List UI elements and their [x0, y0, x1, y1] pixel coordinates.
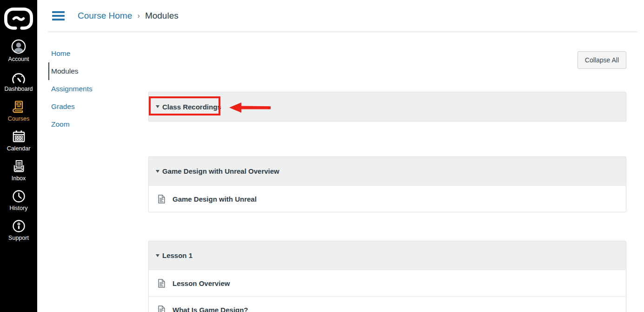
calendar-icon	[12, 129, 26, 144]
global-nav-item-dashboard[interactable]: Dashboard	[0, 62, 37, 92]
module-item-game-design-with-unreal[interactable]: Game Design with Unreal	[149, 185, 626, 212]
global-nav-label: Support	[8, 235, 29, 241]
breadcrumb: Course Home › Modules	[78, 11, 179, 21]
module-item-title: What Is Game Design?	[173, 306, 248, 312]
module-item-what-is-game-design[interactable]: What Is Game Design?	[149, 296, 626, 312]
document-icon	[158, 279, 165, 288]
module-lesson-1: Lesson 1	[148, 241, 626, 312]
breadcrumb-separator-icon: ›	[137, 11, 140, 20]
module-item-title: Game Design with Unreal	[173, 195, 257, 203]
chevron-down-icon	[156, 170, 159, 173]
main-area: Course Home › Modules Home Modules Assig…	[37, 0, 644, 312]
course-nav-grades[interactable]: Grades	[51, 98, 148, 115]
document-icon	[158, 305, 165, 312]
modules-toolbar: Collapse All	[148, 32, 626, 69]
module-header[interactable]: Game Design with Unreal Overview	[149, 157, 626, 185]
module-game-design-overview: Game Design with Unreal Overview	[148, 156, 626, 212]
module-header[interactable]: Lesson 1	[149, 241, 626, 270]
document-icon	[158, 195, 165, 203]
global-nav-label: Dashboard	[4, 86, 33, 92]
global-nav-label: Inbox	[12, 175, 26, 182]
breadcrumb-current-page: Modules	[145, 11, 179, 21]
course-nav-home[interactable]: Home	[51, 45, 148, 62]
module-item-lesson-overview[interactable]: Lesson Overview	[149, 270, 626, 296]
history-clock-icon	[12, 189, 26, 203]
global-nav-label: History	[10, 205, 28, 211]
global-nav-item-courses[interactable]: Courses	[0, 92, 37, 122]
global-nav-label: Calendar	[7, 145, 31, 152]
global-nav-item-support[interactable]: Support	[0, 211, 37, 241]
global-nav-label: Courses	[8, 115, 30, 122]
collapse-all-button[interactable]: Collapse All	[578, 51, 626, 69]
module-title: Lesson 1	[162, 251, 193, 259]
course-nav-assignments[interactable]: Assignments	[51, 80, 148, 98]
support-info-icon	[12, 219, 26, 233]
global-nav-item-inbox[interactable]: Inbox	[0, 152, 37, 182]
global-nav-label: Account	[8, 56, 29, 62]
course-nav-modules[interactable]: Modules	[48, 62, 148, 80]
chevron-down-icon	[156, 254, 159, 257]
user-avatar-icon	[11, 39, 27, 54]
breadcrumb-header: Course Home › Modules	[48, 0, 637, 32]
module-header[interactable]: Class Recordings	[149, 92, 626, 121]
module-item-title: Lesson Overview	[173, 279, 230, 287]
global-nav-sidebar: Account Dashboard	[0, 0, 37, 312]
global-nav-item-calendar[interactable]: Calendar	[0, 122, 37, 152]
institution-logo[interactable]	[4, 6, 33, 32]
modules-content: Collapse All Class Recordings Game Desig…	[148, 32, 626, 312]
dashboard-gauge-icon	[10, 72, 27, 84]
course-nav-zoom[interactable]: Zoom	[51, 115, 148, 133]
global-nav-item-account[interactable]: Account	[0, 33, 37, 62]
global-nav-item-history[interactable]: History	[0, 182, 37, 211]
chevron-down-icon	[156, 105, 159, 108]
inbox-icon	[12, 159, 26, 174]
courses-book-icon	[12, 100, 26, 114]
module-title: Class Recordings	[162, 103, 221, 111]
module-title: Game Design with Unreal Overview	[162, 167, 279, 175]
breadcrumb-course-home-link[interactable]: Course Home	[78, 11, 132, 21]
course-navigation: Home Modules Assignments Grades Zoom	[37, 32, 148, 312]
global-nav-items: Account Dashboard	[0, 33, 37, 241]
module-class-recordings: Class Recordings	[148, 92, 626, 122]
hamburger-menu-icon[interactable]	[51, 8, 66, 23]
